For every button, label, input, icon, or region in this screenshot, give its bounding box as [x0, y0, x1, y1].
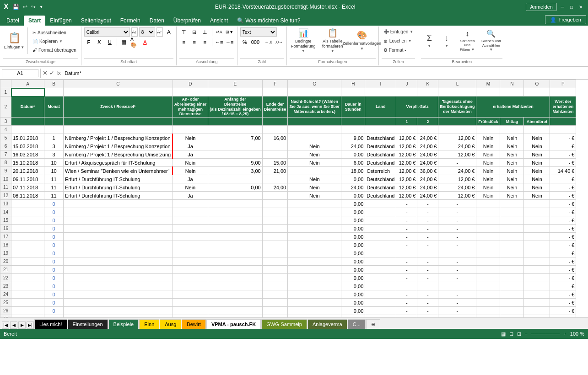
- cell-K6[interactable]: 24,00 €: [417, 142, 438, 150]
- italic-button[interactable]: K: [95, 38, 104, 47]
- tab-scroll-left[interactable]: ◀: [10, 321, 17, 329]
- cell-K9[interactable]: 36,00 €: [417, 167, 438, 175]
- cell-H12[interactable]: 0,00: [341, 192, 365, 200]
- cell-L6[interactable]: 24,00 €: [438, 142, 476, 150]
- font-size-decrease[interactable]: A↓: [131, 27, 138, 37]
- col-header-C[interactable]: C: [64, 80, 173, 88]
- cell-C7[interactable]: Nürnberg / Projekt 1 / Besprechung Umset…: [64, 150, 173, 159]
- cell-P7[interactable]: - €: [550, 150, 576, 159]
- cell-N10[interactable]: Nein: [500, 175, 524, 183]
- cell-P12[interactable]: - €: [550, 192, 576, 200]
- cell-O8[interactable]: Nein: [524, 159, 550, 167]
- cell-I8[interactable]: Deutschland: [365, 159, 396, 167]
- cell-O3[interactable]: Abendbrot: [524, 118, 550, 126]
- tab-add[interactable]: ⊕: [366, 319, 380, 329]
- indent-decrease-button[interactable]: ←≡: [215, 38, 224, 47]
- cell-M10[interactable]: Nein: [476, 175, 500, 183]
- conditional-format-button[interactable]: 📊 BedingteFormatierung ▼: [290, 27, 317, 54]
- tab-formeln[interactable]: Formeln: [116, 16, 145, 26]
- tab-ueberpruefen[interactable]: Überprüfen: [169, 16, 205, 26]
- cell-H5[interactable]: 9,00: [341, 134, 365, 142]
- cell-A10[interactable]: 06.11.2018: [11, 175, 44, 183]
- cell-D2[interactable]: An- oderAbreisetag einermehrtägigenDiens…: [173, 96, 208, 118]
- zoom-out-icon[interactable]: −: [525, 331, 528, 337]
- cell-O4[interactable]: [524, 126, 550, 134]
- tab-datei[interactable]: Datei: [2, 16, 24, 26]
- font-size-increase[interactable]: A↑: [156, 27, 163, 37]
- cell-H10[interactable]: 0,00: [341, 175, 365, 183]
- minimize-button[interactable]: ─: [559, 3, 566, 11]
- col-header-G[interactable]: G: [288, 80, 341, 88]
- cell-D11[interactable]: Nein: [173, 183, 208, 192]
- cell-B8[interactable]: 10: [44, 159, 64, 167]
- cell-B7[interactable]: 3: [44, 150, 64, 159]
- cell-G5[interactable]: [288, 134, 341, 142]
- cell-B1[interactable]: [44, 88, 64, 96]
- fill-button[interactable]: ↓ ▼: [438, 27, 455, 54]
- cell-F5[interactable]: 16,00: [262, 134, 288, 142]
- cell-A7[interactable]: 16.03.2018: [11, 150, 44, 159]
- tab-start[interactable]: Start: [24, 16, 45, 26]
- cell-H6[interactable]: 24,00: [341, 142, 365, 150]
- cell-J10[interactable]: 12,00 €: [396, 175, 417, 183]
- cell-N12[interactable]: Nein: [500, 192, 524, 200]
- cell-A12[interactable]: 08.11.2018: [11, 192, 44, 200]
- cell-L11[interactable]: 24,00 €: [438, 183, 476, 192]
- cell-J6[interactable]: 12,00 €: [396, 142, 417, 150]
- cell-N3[interactable]: Mittag: [500, 118, 524, 126]
- clear-format-button[interactable]: A: [164, 27, 173, 37]
- merge-button[interactable]: ⊞▼: [225, 27, 234, 37]
- underline-button[interactable]: U: [105, 38, 114, 47]
- cell-I7[interactable]: Deutschland: [365, 150, 396, 159]
- close-button[interactable]: ✕: [577, 3, 584, 11]
- font-color-button[interactable]: A: [140, 38, 150, 47]
- cell-E8[interactable]: 9,00: [208, 159, 263, 167]
- col-header-E[interactable]: E: [208, 80, 263, 88]
- cell-M5[interactable]: Nein: [476, 134, 500, 142]
- cell-E1[interactable]: [208, 88, 263, 96]
- cell-H3[interactable]: [341, 118, 365, 126]
- cell-G6[interactable]: Nein: [288, 142, 341, 150]
- cell-D8[interactable]: Nein: [173, 159, 208, 167]
- cell-C5[interactable]: Nürnberg / Projekt 1 / Besprechung Konze…: [64, 134, 173, 142]
- cell-G2[interactable]: Nacht-Schicht? (WählenSie Ja aus, wenn S…: [288, 96, 341, 118]
- align-left-button[interactable]: ≡: [179, 38, 189, 47]
- redo-icon[interactable]: ↪: [30, 3, 37, 11]
- cell-styles-button[interactable]: 🎨 Zellenformatvorlagen ▼: [348, 27, 376, 54]
- delete-cells-button[interactable]: 🗑Löschen▼: [382, 37, 414, 45]
- cell-M12[interactable]: Nein: [476, 192, 500, 200]
- cell-K12[interactable]: 24,00 €: [417, 192, 438, 200]
- cell-J4[interactable]: [396, 126, 417, 134]
- formula-input[interactable]: [63, 70, 586, 77]
- save-icon[interactable]: 💾: [11, 3, 20, 11]
- cell-A4[interactable]: [11, 126, 44, 134]
- cell-J9[interactable]: 12,00 €: [396, 167, 417, 175]
- cell-H1[interactable]: [341, 88, 365, 96]
- cell-I10[interactable]: Deutschland: [365, 175, 396, 183]
- cell-C11[interactable]: Erfurt / Durchführung IT-Schulung: [64, 183, 173, 192]
- col-header-B[interactable]: B: [44, 80, 64, 88]
- cell-D6[interactable]: Ja: [173, 142, 208, 150]
- cell-B6[interactable]: 3: [44, 142, 64, 150]
- cell-G1[interactable]: [288, 88, 341, 96]
- cell-A3[interactable]: [11, 118, 44, 126]
- cell-L5[interactable]: 12,00 €: [438, 134, 476, 142]
- sheet-scroll[interactable]: A B C D E F G H I J K L M N O P: [0, 80, 588, 317]
- cell-N4[interactable]: [500, 126, 524, 134]
- cell-A8[interactable]: 15.10.2018: [11, 159, 44, 167]
- cell-P10[interactable]: - €: [550, 175, 576, 183]
- cell-M3[interactable]: Frühstück: [476, 118, 500, 126]
- cell-D9[interactable]: Nein: [173, 167, 208, 175]
- cell-B11[interactable]: 11: [44, 183, 64, 192]
- cell-L7[interactable]: 12,00 €: [438, 150, 476, 159]
- col-header-K[interactable]: K: [417, 80, 438, 88]
- cell-E5[interactable]: 7,00: [208, 134, 263, 142]
- col-header-A[interactable]: A: [11, 80, 44, 88]
- decimal-increase-button[interactable]: ←.0: [264, 38, 273, 47]
- cell-O6[interactable]: Nein: [524, 142, 550, 150]
- cell-J1[interactable]: [396, 88, 417, 96]
- cell-E9[interactable]: 3,00: [208, 167, 263, 175]
- col-header-I[interactable]: I: [365, 80, 396, 88]
- insert-cells-button[interactable]: ➕Einfügen▼: [382, 27, 415, 36]
- cell-E2[interactable]: Anfang derDienstreise(als Dezimalzahl ei…: [208, 96, 263, 118]
